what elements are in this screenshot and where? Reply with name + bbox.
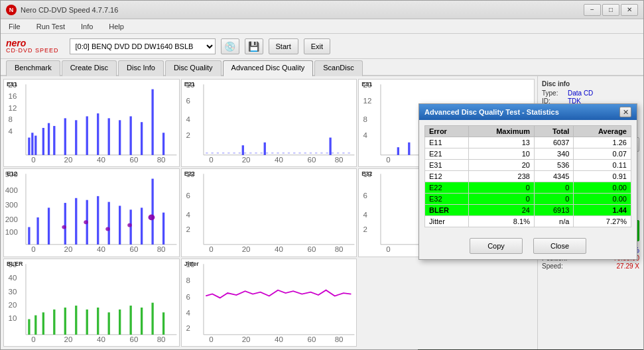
svg-text:0: 0 [209, 246, 213, 253]
row-jitter-total: n/a [534, 216, 573, 227]
svg-rect-138 [162, 312, 164, 335]
svg-rect-24 [130, 116, 132, 154]
svg-rect-55 [408, 143, 410, 155]
row-e11-error: E11 [425, 137, 469, 148]
svg-text:80: 80 [157, 336, 166, 343]
svg-text:20: 20 [64, 156, 73, 164]
exit-button[interactable]: Exit [304, 38, 330, 54]
svg-rect-85 [162, 213, 164, 245]
disc-icon-button[interactable]: 💿 [221, 38, 239, 54]
nero-logo-bottom: CD·DVD SPEED [6, 48, 59, 54]
window-title: Nero CD-DVD Speed 4.7.7.16 [21, 6, 118, 14]
svg-text:100: 100 [5, 229, 18, 236]
title-buttons: − □ ✕ [584, 4, 638, 16]
disc-type-label: Type: [542, 89, 565, 97]
svg-rect-12 [28, 138, 30, 155]
row-e12-max: 238 [469, 171, 535, 182]
col-error: Error [425, 126, 469, 137]
chart-e21: E21 10 6 4 2 0 20 40 60 80 [181, 79, 357, 167]
svg-text:0: 0 [31, 246, 35, 253]
row-e12-total: 4345 [534, 171, 573, 182]
drive-selector[interactable]: [0:0] BENQ DVD DD DW1640 BSLB [70, 38, 216, 54]
svg-text:16: 16 [9, 93, 17, 100]
toolbar: nero CD·DVD SPEED [0:0] BENQ DVD DD DW16… [1, 34, 643, 59]
menu-runtest[interactable]: Run Test [34, 22, 68, 31]
chart-e22-label: E22 [184, 170, 195, 177]
svg-rect-26 [151, 89, 153, 155]
svg-text:0: 0 [31, 336, 35, 343]
svg-rect-134 [119, 310, 121, 335]
main-window: N Nero CD-DVD Speed 4.7.7.16 − □ ✕ File … [0, 0, 644, 350]
svg-text:2: 2 [363, 226, 367, 233]
stats-copy-button[interactable]: Copy [470, 238, 523, 254]
window-close-button[interactable]: ✕ [621, 4, 638, 16]
tab-advanced-disc-quality[interactable]: Advanced Disc Quality [223, 60, 314, 76]
menu-info[interactable]: Info [78, 22, 96, 31]
svg-text:20: 20 [64, 246, 73, 253]
svg-text:2: 2 [186, 131, 190, 139]
row-e22-error: E22 [425, 182, 469, 194]
svg-rect-13 [31, 133, 33, 155]
svg-rect-80 [108, 202, 110, 245]
svg-rect-27 [162, 133, 164, 155]
nero-logo-top: nero [6, 38, 59, 48]
tab-scan-disc[interactable]: ScanDisc [314, 60, 362, 76]
row-e32-max: 0 [469, 194, 535, 205]
svg-rect-125 [28, 319, 30, 334]
table-row: E12 238 4345 0.91 [425, 171, 631, 182]
row-e21-max: 10 [469, 148, 535, 160]
svg-rect-130 [75, 306, 77, 335]
chart-e32-label: E32 [361, 170, 372, 177]
row-jitter-avg: 7.27% [574, 216, 631, 227]
svg-point-86 [62, 225, 66, 229]
svg-rect-132 [97, 308, 99, 335]
tab-disc-quality[interactable]: Disc Quality [165, 60, 222, 76]
svg-text:80: 80 [334, 246, 343, 253]
svg-text:60: 60 [130, 246, 139, 253]
start-button[interactable]: Start [269, 38, 298, 54]
row-e21-total: 340 [534, 148, 573, 160]
svg-text:6: 6 [363, 192, 367, 200]
minimize-button[interactable]: − [584, 4, 601, 16]
stats-close-btn[interactable]: Close [533, 238, 586, 254]
svg-rect-135 [130, 306, 132, 335]
svg-rect-22 [108, 118, 110, 154]
svg-rect-74 [36, 217, 38, 245]
row-bler-total: 6913 [534, 205, 573, 216]
save-icon-button[interactable]: 💾 [245, 38, 263, 54]
svg-rect-131 [86, 310, 88, 335]
row-jitter-max: 8.1% [469, 216, 535, 227]
row-e32-avg: 0.00 [574, 194, 631, 205]
svg-text:2: 2 [186, 226, 190, 233]
table-row-e32: E32 0 0 0.00 [425, 194, 631, 205]
app-icon: N [6, 5, 17, 15]
svg-text:60: 60 [307, 246, 316, 253]
svg-rect-41 [263, 143, 265, 155]
tab-disc-info[interactable]: Disc Info [118, 60, 164, 76]
stats-close-button[interactable]: ✕ [619, 107, 631, 117]
svg-text:300: 300 [5, 202, 18, 209]
svg-text:12: 12 [9, 104, 17, 111]
col-total: Total [534, 126, 573, 137]
menu-file[interactable]: File [6, 22, 23, 31]
svg-text:60: 60 [307, 156, 316, 164]
stats-buttons: Copy Close [419, 233, 637, 259]
row-e32-total: 0 [534, 194, 573, 205]
svg-text:4: 4 [363, 211, 367, 219]
table-row-e22: E22 0 0 0.00 [425, 182, 631, 194]
chart-e31-label: E31 [361, 81, 372, 88]
maximize-button[interactable]: □ [602, 4, 619, 16]
svg-rect-133 [108, 312, 110, 335]
svg-text:4: 4 [186, 309, 190, 316]
tab-create-disc[interactable]: Create Disc [62, 60, 117, 76]
nero-logo: nero CD·DVD SPEED [6, 38, 59, 54]
svg-text:40: 40 [275, 246, 283, 253]
svg-text:20: 20 [64, 336, 73, 343]
svg-text:0: 0 [209, 336, 213, 343]
col-average: Average [574, 126, 631, 137]
svg-text:2: 2 [186, 324, 190, 331]
svg-rect-21 [97, 113, 99, 155]
speed-value: 27.29 X [617, 262, 639, 270]
tab-benchmark[interactable]: Benchmark [6, 60, 60, 76]
menu-help[interactable]: Help [106, 22, 127, 31]
